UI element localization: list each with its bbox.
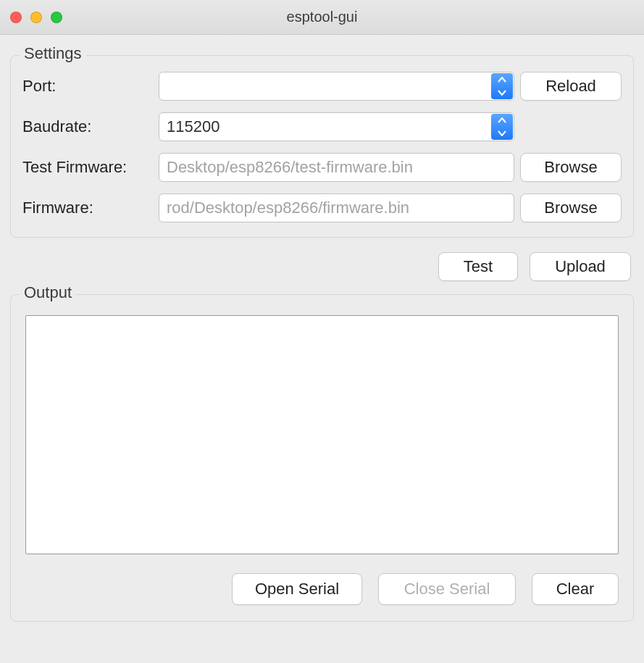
output-fieldset: Output Open Serial Close Serial Clear <box>10 294 634 622</box>
firmware-browse-button[interactable]: Browse <box>520 193 622 222</box>
upload-button[interactable]: Upload <box>530 252 631 281</box>
settings-grid: Port: Reload Baudrate: 115200 <box>22 72 622 222</box>
firmware-value: rod/Desktop/esp8266/firmware.bin <box>167 199 409 217</box>
test-firmware-browse-button[interactable]: Browse <box>520 153 622 182</box>
output-textarea[interactable] <box>25 315 619 554</box>
clear-button[interactable]: Clear <box>532 573 619 605</box>
settings-fieldset: Settings Port: Reload Baudrate: 115200 <box>10 55 634 238</box>
output-legend: Output <box>20 283 76 302</box>
baud-select-wrap: 115200 <box>159 112 514 141</box>
baud-select[interactable]: 115200 <box>159 112 514 141</box>
reload-button[interactable]: Reload <box>520 72 622 101</box>
test-firmware-value: Desktop/esp8266/test-firmware.bin <box>167 158 413 177</box>
test-firmware-input-wrap: Desktop/esp8266/test-firmware.bin <box>159 153 514 182</box>
output-buttons: Open Serial Close Serial Clear <box>25 573 619 605</box>
titlebar: esptool-gui <box>0 0 644 35</box>
baud-select-value: 115200 <box>167 117 219 136</box>
port-label: Port: <box>22 77 153 96</box>
stepper-icon[interactable] <box>491 73 513 99</box>
close-serial-button[interactable]: Close Serial <box>378 573 516 605</box>
port-select-wrap <box>159 72 514 101</box>
zoom-icon[interactable] <box>51 12 62 23</box>
traffic-lights <box>10 12 62 23</box>
test-firmware-label: Test Firmware: <box>22 158 153 177</box>
test-button[interactable]: Test <box>438 252 518 281</box>
open-serial-button[interactable]: Open Serial <box>232 573 362 605</box>
port-select[interactable] <box>159 72 514 101</box>
firmware-field[interactable]: rod/Desktop/esp8266/firmware.bin <box>159 193 514 222</box>
firmware-label: Firmware: <box>22 199 153 217</box>
test-firmware-field[interactable]: Desktop/esp8266/test-firmware.bin <box>159 153 514 182</box>
window-title: esptool-gui <box>0 9 644 25</box>
minimize-icon[interactable] <box>30 12 42 23</box>
settings-legend: Settings <box>20 44 86 63</box>
close-icon[interactable] <box>10 12 22 23</box>
action-row: Test Upload <box>13 252 631 281</box>
firmware-input-wrap: rod/Desktop/esp8266/firmware.bin <box>159 193 514 222</box>
stepper-icon[interactable] <box>491 114 513 140</box>
window-content: Settings Port: Reload Baudrate: 115200 <box>0 35 644 639</box>
baud-label: Baudrate: <box>22 117 153 136</box>
